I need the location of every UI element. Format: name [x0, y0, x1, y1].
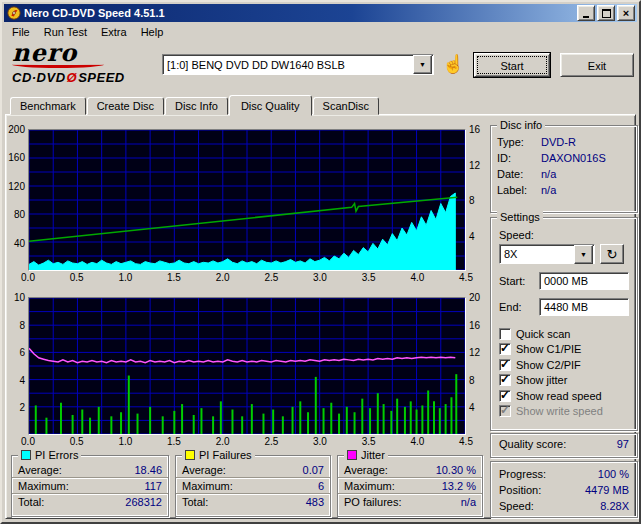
checkbox-quick-scan[interactable]: Quick scan: [491, 326, 637, 342]
start-position-label: Start:: [499, 275, 539, 287]
drive-select[interactable]: [1:0] BENQ DVD DD DW1640 BSLB ▼: [162, 54, 434, 75]
axis-tick-label: 3.0: [313, 436, 327, 447]
stat-value: n/a: [461, 496, 476, 508]
stat-label: PO failures:: [344, 496, 401, 508]
axis-tick-label: 8: [469, 374, 475, 385]
axis-tick-label: 16: [469, 124, 480, 135]
close-button[interactable]: ×: [617, 5, 635, 21]
checkbox-icon: [499, 390, 511, 402]
disc-type-value: DVD-R: [541, 136, 631, 148]
stat-row: Maximum:6: [176, 478, 330, 494]
minimize-button[interactable]: [577, 5, 595, 21]
axis-tick-label: 2.0: [216, 272, 230, 283]
axis-tick-label: 1.5: [167, 272, 181, 283]
titlebar[interactable]: Nero CD-DVD Speed 4.51.1 ×: [4, 4, 637, 22]
app-icon: [7, 6, 21, 20]
checkbox-icon: [499, 405, 511, 417]
axis-tick-label: 0.5: [70, 436, 84, 447]
progress-value: 100 %: [598, 468, 629, 480]
axis-tick-label: 4.5: [459, 272, 473, 283]
progress-row: Speed:8.28X: [491, 498, 637, 514]
end-position-field[interactable]: 4480 MB: [539, 298, 629, 316]
close-icon: ×: [623, 8, 629, 18]
axis-tick-label: 4: [469, 230, 475, 241]
axis-tick-label: 6: [19, 347, 25, 358]
settings-checkbox-list: Quick scan Show C1/PIE Show C2/PIF Show …: [491, 326, 637, 419]
maximize-icon: [602, 9, 611, 18]
refresh-icon: ↻: [607, 247, 618, 262]
quality-score-group: Quality score:97: [490, 433, 638, 458]
stat-value: 0.07: [303, 464, 324, 476]
pi-errors-stats-group: PI Errors Average:18.46 Maximum:117 Tota…: [11, 455, 169, 517]
drive-select-value: [1:0] BENQ DVD DD DW1640 BSLB: [163, 59, 412, 71]
minimize-icon: [583, 16, 589, 18]
window-title: Nero CD-DVD Speed 4.51.1: [24, 7, 575, 19]
speed-right-axis: 161284: [466, 129, 486, 271]
checkbox-show-read-speed[interactable]: Show read speed: [491, 388, 637, 404]
end-position-label: End:: [499, 301, 539, 313]
pi-errors-stats-title: PI Errors: [35, 449, 78, 461]
disc-info-row: Label:n/a: [491, 182, 637, 198]
jitter-stats-group: Jitter Average:10.30 % Maximum:13.2 % PO…: [337, 455, 483, 517]
progress-group: Progress:100 % Position:4479 MB Speed:8.…: [490, 461, 638, 518]
speed-select[interactable]: 8X ▼: [499, 244, 595, 264]
checkbox-show-c2-pif[interactable]: Show C2/PIF: [491, 357, 637, 373]
axis-tick-label: 3.5: [362, 272, 376, 283]
start-button[interactable]: Start: [474, 53, 550, 77]
settings-title: Settings: [500, 211, 540, 223]
pi-errors-x-axis: 0.00.51.01.52.02.53.03.54.04.5: [28, 271, 466, 285]
menu-extra[interactable]: Extra: [94, 24, 134, 40]
pi-failures-jitter-chart: 108642 20161284 0.00.51.01.52.02.53.03.5…: [8, 297, 486, 449]
disc-type-label: Type:: [497, 136, 541, 148]
checkbox-icon: [499, 343, 511, 355]
axis-tick-label: 4: [19, 374, 25, 385]
menu-help[interactable]: Help: [134, 24, 171, 40]
maximize-button[interactable]: [597, 5, 615, 21]
stat-label: Average:: [18, 464, 62, 476]
drive-select-dropdown-button[interactable]: ▼: [413, 55, 432, 74]
progress-row: Progress:100 %: [491, 466, 637, 482]
checkbox-label: Show C2/PIF: [516, 359, 581, 371]
axis-tick-label: 1.0: [118, 272, 132, 283]
tab-strip: Benchmark Create Disc Disc Info Disc Qua…: [10, 95, 380, 115]
tab-create-disc[interactable]: Create Disc: [87, 97, 164, 115]
stat-label: Average:: [344, 464, 388, 476]
axis-tick-label: 40: [14, 237, 25, 248]
tab-benchmark[interactable]: Benchmark: [10, 97, 86, 115]
stat-value: 6: [318, 480, 324, 492]
checkbox-label: Quick scan: [516, 328, 570, 340]
axis-tick-label: 12: [469, 159, 480, 170]
start-position-field[interactable]: 0000 MB: [539, 272, 629, 290]
checkbox-label: Show C1/PIE: [516, 343, 581, 355]
axis-tick-label: 2.0: [216, 436, 230, 447]
stat-row: Maximum:13.2 %: [338, 478, 482, 494]
nero-logo-product: CD·DVDØSPEED: [12, 70, 162, 85]
axis-tick-label: 4: [469, 402, 475, 413]
speed-select-dropdown-button[interactable]: ▼: [574, 245, 593, 264]
pi-errors-swatch-icon: [21, 450, 31, 460]
jitter-stats-title: Jitter: [361, 449, 385, 461]
axis-tick-label: 4.0: [410, 272, 424, 283]
quality-score-label: Quality score:: [499, 438, 566, 450]
pi-failures-stats-group: PI Failures Average:0.07 Maximum:6 Total…: [175, 455, 331, 517]
axis-tick-label: 3.0: [313, 272, 327, 283]
stat-label: Average:: [182, 464, 226, 476]
pi-failures-stats-title: PI Failures: [199, 449, 252, 461]
exit-button[interactable]: Exit: [560, 53, 634, 77]
quality-score-value: 97: [617, 438, 629, 450]
disc-info-row: ID:DAXON016S: [491, 150, 637, 166]
checkbox-show-c1-pie[interactable]: Show C1/PIE: [491, 342, 637, 358]
axis-tick-label: 120: [8, 180, 25, 191]
disc-label-value: n/a: [541, 184, 631, 196]
disc-quality-tab-page: 2001601208040 161284 0.00.51.01.52.02.53…: [5, 114, 636, 519]
tab-disc-quality[interactable]: Disc Quality: [229, 95, 312, 116]
refresh-speed-button[interactable]: ↻: [600, 244, 624, 264]
menubar: File Run Test Extra Help: [4, 22, 637, 41]
tab-scandisc[interactable]: ScanDisc: [313, 97, 379, 115]
checkbox-show-jitter[interactable]: Show jitter: [491, 373, 637, 389]
stat-row: PO failures:n/a: [338, 494, 482, 509]
tab-disc-info[interactable]: Disc Info: [165, 97, 228, 115]
disc-id-label: ID:: [497, 152, 541, 164]
stat-value: 10.30 %: [436, 464, 476, 476]
disc-date-label: Date:: [497, 168, 541, 180]
